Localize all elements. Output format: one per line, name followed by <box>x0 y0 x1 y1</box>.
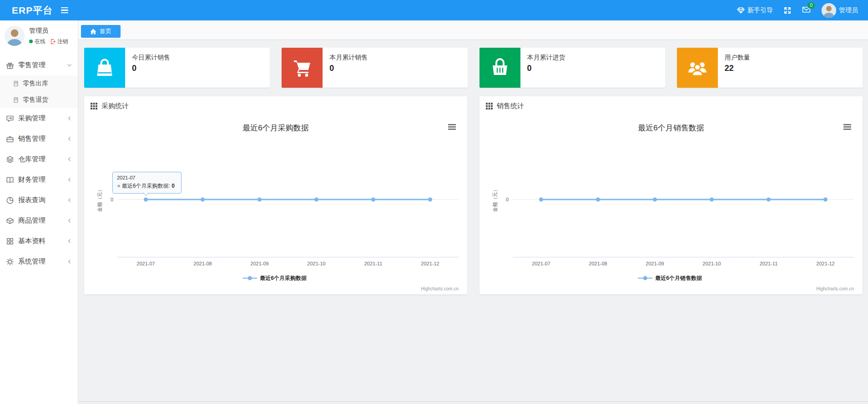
card-value: 0 <box>527 64 565 73</box>
sidebar-item-label: 仓库管理 <box>18 155 45 164</box>
sidebar-user-panel: 管理员 在线 注销 <box>0 20 78 52</box>
panel-header: 采购统计 <box>84 96 467 114</box>
panel-title: 销售统计 <box>497 102 524 110</box>
sidebar-item-retail-mgmt[interactable]: 零售管理 <box>0 55 78 75</box>
sidebar-item-retail-return[interactable]: 零售退货 <box>0 92 78 108</box>
content-footer-divider <box>78 401 868 404</box>
sidebar-item-label: 商品管理 <box>18 216 45 225</box>
svg-text:最近6个月采购数据: 最近6个月采购数据 <box>260 275 307 281</box>
main-area: 首页 今日累计销售 0 <box>78 20 868 404</box>
svg-text:2021-08: 2021-08 <box>589 261 607 266</box>
svg-text:2021-09: 2021-09 <box>646 261 664 266</box>
package-icon <box>6 217 14 225</box>
fullscreen-button[interactable] <box>784 7 791 14</box>
svg-text:2021-11: 2021-11 <box>364 261 383 266</box>
svg-text:金额（元）: 金额（元） <box>492 187 498 212</box>
purchase-stats-panel: 采购统计 最近6个月采购数据0金额（元）2021-072021-082021-0… <box>84 96 467 294</box>
pie-chart-icon <box>6 196 14 204</box>
ledger-icon <box>6 176 14 184</box>
chart-menu-icon[interactable] <box>843 124 851 130</box>
grid-2x2-icon <box>6 237 14 245</box>
sidebar-username: 管理员 <box>29 27 68 35</box>
sidebar-item-label: 销售管理 <box>18 135 45 143</box>
svg-text:0: 0 <box>111 197 113 202</box>
th-grid-icon <box>91 103 97 110</box>
briefcase-icon <box>6 135 14 143</box>
basket-icon <box>479 48 520 88</box>
sidebar-item-retail-outbound[interactable]: 零售出库 <box>0 75 78 92</box>
purchase-line-chart[interactable]: 最近6个月采购数据0金额（元）2021-072021-082021-092021… <box>84 114 467 294</box>
th-grid-icon <box>486 103 493 110</box>
retail-submenu: 零售出库 零售退货 <box>0 75 78 108</box>
card-value: 22 <box>725 64 750 73</box>
chat-sync-icon <box>6 115 14 123</box>
chevron-down-icon <box>67 63 72 68</box>
invoice-icon <box>13 97 19 103</box>
guide-label: 新手引导 <box>747 6 773 15</box>
logout-label: 注销 <box>57 38 68 45</box>
card-label: 今日累计销售 <box>132 54 170 62</box>
tab-home[interactable]: 首页 <box>81 25 121 38</box>
sidebar-toggle-icon[interactable] <box>61 7 68 14</box>
svg-text:2021-10: 2021-10 <box>307 261 325 266</box>
sidebar: 管理员 在线 注销 零售管理 <box>0 20 78 404</box>
svg-text:最近6个月采购数据: 最近6个月采购数据 <box>242 124 308 132</box>
sales-line-chart[interactable]: 最近6个月销售数据0金额（元）2021-072021-082021-092021… <box>479 114 863 294</box>
dashboard-content: 今日累计销售 0 本月累计销售 0 <box>78 40 868 294</box>
sidebar-item-label: 报表查询 <box>18 196 45 204</box>
chart-menu-icon[interactable] <box>448 124 456 130</box>
sidebar-item-report-query[interactable]: 报表查询 <box>0 190 78 210</box>
card-label: 本月累计销售 <box>329 54 368 62</box>
avatar <box>5 26 25 46</box>
sidebar-item-system-mgmt[interactable]: 系统管理 <box>0 251 78 272</box>
svg-text:2021-10: 2021-10 <box>702 261 721 266</box>
card-value: 0 <box>329 64 368 73</box>
invoice-icon <box>13 80 19 87</box>
logout-button[interactable]: 注销 <box>50 38 68 45</box>
layers-icon <box>6 155 14 164</box>
sidebar-item-label: 财务管理 <box>18 175 45 184</box>
sidebar-item-purchase-mgmt[interactable]: 采购管理 <box>0 108 78 129</box>
app-logo: ERP平台 <box>0 4 53 17</box>
username-label: 管理员 <box>839 6 858 15</box>
sidebar-item-sales-mgmt[interactable]: 销售管理 <box>0 129 78 149</box>
panel-header: 销售统计 <box>479 96 863 114</box>
sidebar-item-label: 采购管理 <box>18 114 45 123</box>
tab-bar: 首页 <box>78 20 868 40</box>
user-menu[interactable]: 管理员 <box>822 3 858 18</box>
mail-count-badge: 0 <box>807 2 815 9</box>
svg-text:最近6个月销售数据: 最近6个月销售数据 <box>638 124 704 132</box>
chevron-left-icon <box>67 177 72 182</box>
legend-item[interactable]: 最近6个月销售数据 <box>638 275 702 281</box>
sidebar-item-basic-data[interactable]: 基本资料 <box>0 231 78 251</box>
chart-panels-row: 采购统计 最近6个月采购数据0金额（元）2021-072021-082021-0… <box>84 96 863 294</box>
chevron-left-icon <box>67 116 72 121</box>
svg-text:2021-09: 2021-09 <box>250 261 268 266</box>
highcharts-credits[interactable]: Highcharts.com.cn <box>421 286 459 291</box>
sidebar-menu: 零售管理 零售出库 零售退货 采购管理 <box>0 55 78 272</box>
sidebar-item-finance-mgmt[interactable]: 财务管理 <box>0 170 78 190</box>
sidebar-item-goods-mgmt[interactable]: 商品管理 <box>0 210 78 231</box>
logout-icon <box>50 39 56 45</box>
card-value: 0 <box>132 64 170 73</box>
chevron-left-icon <box>67 198 72 203</box>
gear-icon <box>6 258 14 266</box>
chevron-left-icon <box>67 259 72 264</box>
card-month-purchase: 本月累计进货 0 <box>479 48 665 88</box>
svg-text:最近6个月销售数据: 最近6个月销售数据 <box>655 275 702 281</box>
card-month-sales: 本月累计销售 0 <box>282 48 467 88</box>
stat-cards-row: 今日累计销售 0 本月累计销售 0 <box>84 48 863 88</box>
svg-text:2021-07: 2021-07 <box>532 261 550 266</box>
guide-button[interactable]: 新手引导 <box>737 6 773 15</box>
highcharts-credits[interactable]: Highcharts.com.cn <box>816 286 854 291</box>
online-status-label: 在线 <box>35 38 45 45</box>
chevron-left-icon <box>67 157 72 162</box>
legend-item[interactable]: 最近6个月采购数据 <box>242 275 307 281</box>
svg-text:2021-12: 2021-12 <box>421 261 439 266</box>
messages-button[interactable]: 0 <box>802 6 811 15</box>
fullscreen-icon <box>784 7 791 14</box>
svg-text:0: 0 <box>506 197 509 202</box>
sidebar-item-warehouse-mgmt[interactable]: 仓库管理 <box>0 149 78 170</box>
shopping-bag-icon <box>84 48 125 88</box>
card-label: 用户数量 <box>725 54 750 62</box>
